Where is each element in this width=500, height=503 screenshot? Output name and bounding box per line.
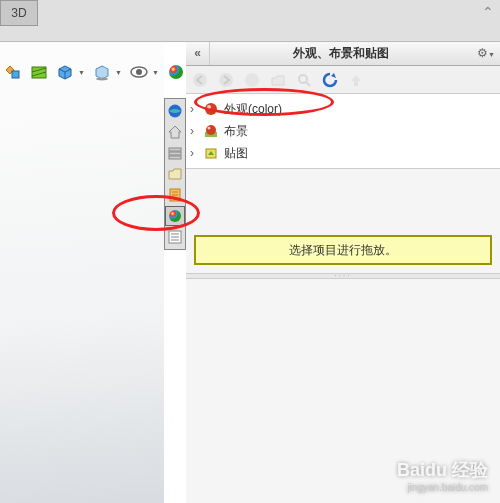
nav-refresh-button[interactable] (320, 70, 340, 90)
home-tab-icon[interactable] (165, 122, 185, 142)
nav-back-button (190, 70, 210, 90)
feature-toolbar: ▼ ▼ ▼ ▼ (2, 56, 198, 88)
svg-line-17 (306, 82, 310, 86)
graphics-area (0, 42, 164, 503)
tree-tab-icon[interactable] (165, 185, 185, 205)
expand-icon[interactable]: › (190, 124, 202, 138)
box-icon[interactable] (54, 61, 76, 83)
resize-grip[interactable]: ···· (186, 273, 500, 279)
settings-button[interactable]: ⚙▼ (472, 42, 500, 65)
dropdown-arrow-icon[interactable]: ▼ (78, 69, 85, 76)
collapse-icon: « (194, 46, 201, 60)
watermark-brand: Baidu 经验 (397, 458, 488, 482)
cube-shadow-icon[interactable] (91, 61, 113, 83)
svg-point-11 (169, 210, 181, 222)
svg-rect-7 (169, 148, 181, 151)
svg-point-16 (299, 75, 307, 83)
svg-point-5 (169, 65, 183, 79)
svg-point-18 (205, 103, 217, 115)
nav-home-button (242, 70, 262, 90)
svg-point-22 (208, 127, 211, 130)
expand-icon[interactable]: › (190, 146, 202, 160)
tree-label: 外观(color) (224, 101, 282, 118)
dropdown-arrow-icon[interactable]: ▼ (115, 69, 122, 76)
panel-header: « 外观、布景和贴图 ⚙▼ (186, 42, 500, 66)
expand-caret-icon[interactable]: ⌃ (482, 4, 494, 20)
hatch-icon[interactable] (28, 61, 50, 83)
svg-rect-0 (12, 71, 19, 78)
decal-icon (202, 145, 220, 161)
view-mode-label: 3D (11, 6, 26, 20)
tree-item-decal[interactable]: › 贴图 (186, 142, 500, 164)
svg-point-19 (207, 105, 211, 109)
gear-icon: ⚙ (477, 46, 488, 60)
panel-nav-toolbar (186, 66, 500, 94)
expand-icon[interactable]: › (190, 102, 202, 116)
svg-point-14 (219, 73, 233, 87)
svg-point-2 (96, 78, 108, 81)
panel-title: 外观、布景和贴图 (210, 45, 472, 62)
appearance-tab-icon[interactable] (165, 206, 185, 226)
folder-tab-icon[interactable] (165, 164, 185, 184)
drop-target-hint[interactable]: 选择项目进行拖放。 (194, 235, 492, 265)
view-mode-3d[interactable]: 3D (0, 0, 38, 26)
svg-point-13 (193, 73, 207, 87)
tree-label: 贴图 (224, 145, 248, 162)
assembly-icon[interactable] (2, 61, 24, 83)
color-sphere-icon (202, 101, 220, 117)
eye-icon[interactable] (128, 61, 150, 83)
tree-item-appearance[interactable]: › 外观(color) (186, 98, 500, 120)
drop-hint-text: 选择项目进行拖放。 (289, 242, 397, 259)
appearance-tree: › 外观(color) › 布景 › 贴图 (186, 94, 500, 169)
svg-point-4 (136, 69, 142, 75)
rgb-sphere-icon[interactable] (165, 61, 187, 83)
svg-rect-9 (169, 156, 181, 159)
top-bar: 3D ⌃ (0, 0, 500, 42)
svg-point-15 (245, 73, 259, 87)
dropdown-arrow-icon[interactable]: ▼ (152, 69, 159, 76)
globe-tab-icon[interactable] (165, 101, 185, 121)
watermark-url: jingyan.baidu.com (397, 482, 488, 493)
dropdown-arrow-icon: ▼ (488, 51, 495, 58)
task-pane-tabs (164, 98, 186, 250)
nav-up-button (346, 70, 366, 90)
scene-sphere-icon (202, 123, 220, 139)
tree-label: 布景 (224, 123, 248, 140)
nav-search-button (294, 70, 314, 90)
nav-forward-button (216, 70, 236, 90)
svg-rect-8 (169, 152, 181, 155)
list-tab-icon[interactable] (165, 227, 185, 247)
stack-tab-icon[interactable] (165, 143, 185, 163)
tree-item-scene[interactable]: › 布景 (186, 120, 500, 142)
nav-new-folder-button (268, 70, 288, 90)
collapse-button[interactable]: « (186, 42, 210, 65)
watermark: Baidu 经验 jingyan.baidu.com (397, 458, 488, 493)
svg-point-21 (206, 125, 216, 135)
appearance-panel: « 外观、布景和贴图 ⚙▼ › 外观(color) › 布景 › 贴图 (186, 42, 500, 503)
spacer (186, 169, 500, 227)
